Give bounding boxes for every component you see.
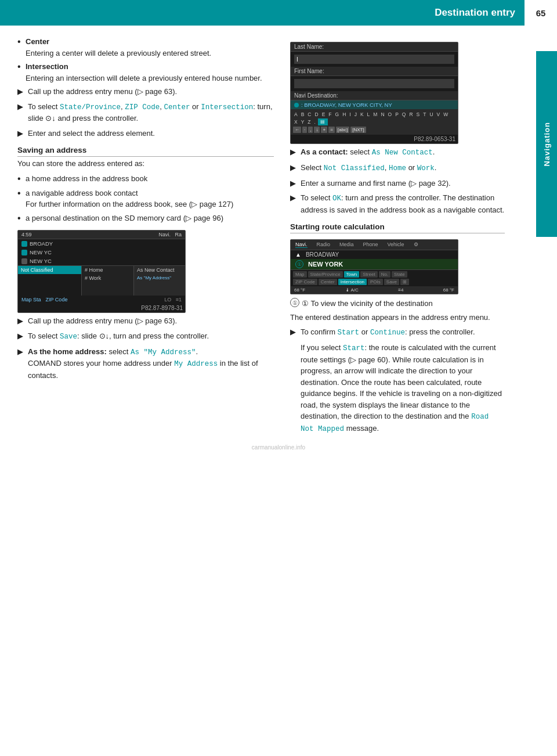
arrow-enter-name-text: Enter a surname and first name (▷ page 3… — [301, 178, 451, 189]
kbd-key-plus[interactable]: + — [321, 127, 327, 133]
arrow-select-save-text: To select Save: slide ⊙↓, turn and press… — [28, 330, 209, 343]
arrow-as-contact: ▶ As a contact: select As New Contact. — [290, 146, 505, 159]
right-column: Last Name: I First Name: Navi Destinatio… — [284, 36, 534, 438]
nav-btn-state[interactable]: State/Province — [308, 271, 343, 278]
nav-row-broadway: ▲ BROADWAY — [291, 250, 458, 259]
tab-phone[interactable]: Phone — [363, 242, 378, 248]
kbd-letter[interactable]: Q — [401, 111, 408, 118]
kbd-letter[interactable]: V — [436, 111, 442, 118]
kbd-letter[interactable]: Z — [306, 118, 312, 125]
arrow-enter-select-text: Enter and select the address element. — [28, 128, 155, 139]
tab-vehicle[interactable]: Vehicle — [388, 242, 404, 248]
arrow-home-address: ▶ As the home address: select As "My Add… — [17, 346, 274, 381]
nav-btn-map[interactable]: Map — [293, 271, 307, 278]
bullet-center-label: Center — [26, 37, 49, 46]
kbd-letter[interactable]: A — [293, 111, 299, 118]
kbd-letter[interactable]: P — [394, 111, 400, 118]
nav-btn-intersection[interactable]: Intersection — [338, 279, 367, 285]
kbd-letter[interactable]: N — [379, 111, 386, 118]
nav-btn-grid[interactable]: ⊞ — [400, 279, 409, 285]
kbd-letter[interactable]: W — [442, 111, 450, 118]
nav-btn-street[interactable]: Street — [360, 271, 377, 278]
nav-status-bar: 68 °F 🌡 A/C ≡4 68 °F — [291, 286, 458, 294]
header-bar: Destination entry 65 — [0, 0, 557, 26]
screen-addr-text-3: NEW YC — [30, 258, 52, 264]
screen-navi-dest-value: : BROADWAY, NEW YORK CITY, NY — [291, 100, 458, 109]
arrow-confirm-start: ▶ To confirm Start or Continue: press th… — [290, 326, 505, 339]
panel-right: As New Contact As "My Address" — [134, 266, 185, 296]
kbd-key-comma[interactable]: , — [308, 127, 313, 133]
kbd-letter[interactable]: K — [359, 111, 366, 118]
arrow-sym-5: ▶ — [17, 330, 28, 343]
kbd-key-dot[interactable]: · — [302, 127, 307, 133]
arrow-sym-4: ▶ — [17, 315, 28, 327]
kbd-letter[interactable]: O — [387, 111, 394, 118]
kbd-letter[interactable]: F — [327, 111, 333, 118]
bullet-intersection-label: Intersection — [26, 62, 68, 71]
kbd-letter[interactable]: B — [300, 111, 306, 118]
screen-time: 4:59 — [21, 232, 32, 237]
kbd-key-abc[interactable]: [abc] — [336, 127, 349, 133]
kbd-period[interactable]: . — [313, 118, 317, 125]
kbd-letter[interactable]: H — [341, 111, 348, 118]
nav-btn-state2[interactable]: State — [392, 271, 407, 278]
kbd-letter[interactable]: C — [306, 111, 313, 118]
arrow-sym-r2: ▶ — [290, 162, 301, 174]
kbd-letter[interactable]: Y — [300, 118, 306, 125]
kbd-letter[interactable]: X — [293, 118, 299, 125]
nav-btn-save[interactable]: Save — [384, 279, 399, 285]
kbd-letter[interactable]: D — [313, 111, 320, 118]
screen-first-name-input — [291, 76, 458, 91]
kbd-letter[interactable]: L — [366, 111, 372, 118]
kbd-letter[interactable]: T — [422, 111, 428, 118]
screen-contact-ref: P82.89-0653-31 — [291, 135, 458, 143]
arrow-sym-r1: ▶ — [290, 146, 301, 159]
arrow-call-menu-2-text: Call up the address entry menu (▷ page 6… — [28, 315, 177, 327]
kbd-letter[interactable]: R — [408, 111, 414, 118]
bullet-dot-s3: • — [17, 213, 26, 225]
bullet-dot-s1: • — [17, 173, 26, 185]
circle-1-marker: ① — [290, 298, 299, 307]
tab-radio[interactable]: Radio — [317, 242, 331, 248]
kbd-key-back[interactable]: ← — [293, 127, 301, 133]
arrow-sym-6: ▶ — [17, 346, 28, 381]
bullet-center-text: Center Entering a center will delete a p… — [26, 36, 211, 59]
kbd-letter[interactable]: J — [353, 111, 359, 118]
tab-media[interactable]: Media — [339, 242, 354, 248]
nav-btn-town[interactable]: Town — [344, 271, 360, 278]
dest-dot — [294, 103, 299, 107]
nav-btn-row-1: Map State/Province Town Street No. State — [293, 271, 455, 278]
nav-btn-pois[interactable]: POIs — [368, 279, 383, 285]
nav-bottom-buttons: Map State/Province Town Street No. State… — [291, 269, 458, 286]
kbd-letter[interactable]: M — [372, 111, 379, 118]
screen-nav: Navi. Radio Media Phone Vehicle ⚙ ▲ BROA… — [290, 239, 458, 294]
arrow-call-menu: ▶ Call up the address entry menu (▷ page… — [17, 86, 274, 98]
code-not-classified: Not Classified — [324, 164, 385, 172]
bold-home-label: As the home address: — [28, 347, 107, 356]
kbd-letter[interactable]: G — [334, 111, 341, 118]
kbd-key-eq[interactable]: = — [328, 127, 335, 133]
screen-contact: Last Name: I First Name: Navi Destinatio… — [290, 42, 458, 144]
tab-navi[interactable]: Navi. — [295, 242, 308, 248]
nav-btn-center[interactable]: Center — [319, 279, 337, 285]
bottom-zip-code: ZIP Code — [46, 297, 68, 303]
addr-icon-3 — [21, 258, 27, 264]
kbd-letter[interactable]: U — [428, 111, 435, 118]
nav-btn-no[interactable]: No. — [379, 271, 390, 278]
arrow-sym-3: ▶ — [17, 128, 28, 139]
screen-first-name-label: First Name: — [291, 67, 458, 76]
arrow-select-ok: ▶ To select OK: turn and press the contr… — [290, 192, 505, 215]
kbd-letter[interactable]: I — [348, 111, 352, 118]
screen-addr-row-2: NEW YC — [18, 248, 185, 257]
tab-settings[interactable]: ⚙ — [414, 242, 418, 248]
kbd-special[interactable]: ▤ — [318, 118, 328, 125]
nav-btn-zip[interactable]: ZIP Code — [293, 279, 317, 285]
kbd-key-nxt[interactable]: [NXT] — [350, 127, 366, 133]
code-my-address: As "My Address" — [131, 348, 196, 357]
kbd-letter[interactable]: S — [415, 111, 422, 118]
arrow-select-classification-text: Select Not Classified, Home or Work. — [301, 162, 436, 174]
kbd-letter[interactable]: E — [321, 111, 327, 118]
kbd-key-down[interactable]: ↓ — [314, 127, 320, 133]
arrow-as-contact-text: As a contact: select As New Contact. — [301, 146, 435, 159]
arrow-enter-select: ▶ Enter and select the address element. — [17, 128, 274, 139]
